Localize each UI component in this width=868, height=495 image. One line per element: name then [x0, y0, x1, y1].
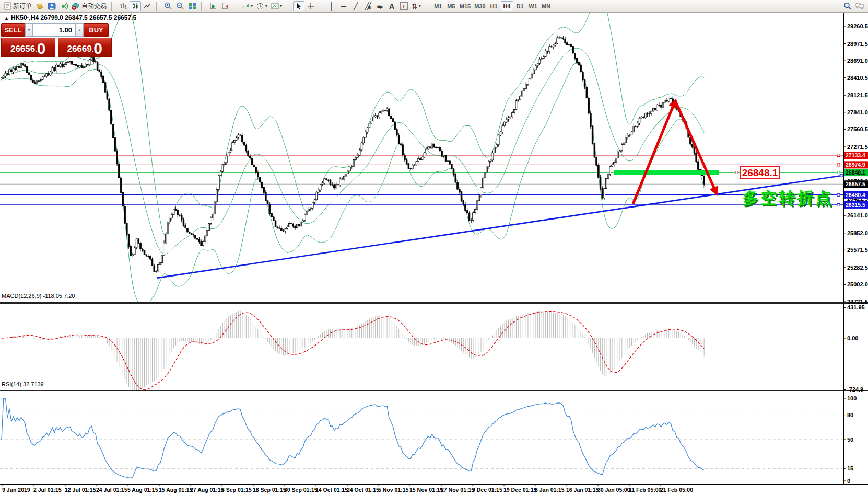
autotrading-button[interactable]: 自动交易 [70, 1, 108, 11]
indicators-button[interactable]: ▾ [240, 1, 254, 11]
toolbar-separator [426, 2, 430, 11]
quotes-button[interactable] [34, 1, 45, 11]
buy-button[interactable]: BUY [84, 23, 109, 37]
price-axis-tick: 28971.5 [847, 41, 868, 47]
text-label-tool-button[interactable]: T [398, 1, 409, 11]
macd-indicator-label: MACD(12,26,9) -118.05 7.20 [2, 293, 75, 299]
candlesticks [1, 36, 705, 273]
radar-icon [60, 3, 68, 10]
price-axis-tick: 28121.5 [847, 92, 868, 98]
price-axis-tick: 24721.5 [847, 298, 868, 305]
bar-chart-button[interactable] [118, 1, 129, 11]
price-axis-tick: 28410.5 [847, 75, 868, 81]
dropdown-arrow-icon: ▾ [419, 4, 421, 8]
time-axis-label: 27 Nov 01:15 [441, 487, 474, 493]
candlestick-icon [132, 3, 139, 10]
timeframe-d1-button[interactable]: D1 [514, 1, 526, 11]
sell-price-display[interactable]: 26656.0 [1, 38, 55, 57]
chart-shift-icon [221, 3, 229, 10]
autotrading-icon [72, 3, 80, 10]
time-axis-label: 30 Jan 05:00 [597, 487, 630, 493]
trendline-annotation [157, 176, 842, 278]
dropdown-arrow-icon: ▾ [265, 4, 267, 8]
zoom-in-button[interactable] [162, 1, 174, 11]
buy-price-display[interactable]: 26669.0 [58, 38, 112, 57]
autoscroll-icon [209, 3, 217, 10]
market-watch-button[interactable] [58, 1, 69, 11]
zoom-out-button[interactable] [174, 1, 186, 11]
chart-svg[interactable]: 26848.1多空转折点多空转折点29260.528971.528691.028… [0, 13, 868, 495]
time-axis-label: 19 Dec 01:15 [503, 487, 537, 493]
timeframe-m30-button[interactable]: M30 [473, 1, 487, 11]
timeframe-mn-button[interactable]: MN [540, 1, 553, 11]
trendline-tool-button[interactable]: ╱ [350, 1, 361, 11]
timeframe-h1-button[interactable]: H1 [488, 1, 500, 11]
timeframe-m5-button[interactable]: M5 [445, 1, 458, 11]
rsi-pane [0, 398, 843, 478]
toolbar-separator [320, 2, 324, 11]
macd-axis-tick: -724.9 [847, 386, 863, 393]
periods-button[interactable]: ▾ [255, 1, 269, 11]
sell-button[interactable]: SELL [1, 23, 25, 37]
macd-signal-line [2, 312, 704, 390]
arrows-tool-button[interactable]: ⇅▾ [410, 1, 423, 11]
timeframe-h4-button[interactable]: H4 [501, 1, 513, 11]
vertical-line-tool-button[interactable]: │ [326, 1, 337, 11]
candlestick-chart-button[interactable] [130, 1, 141, 11]
timeframe-m1-button[interactable]: M1 [432, 1, 444, 11]
channel-tool-button[interactable]: ╱╱E [362, 1, 373, 11]
new-order-button[interactable]: 新订单 [2, 1, 33, 11]
rsi-line [2, 398, 704, 478]
crosshair-tool-button[interactable] [305, 1, 316, 11]
search-button[interactable] [842, 1, 853, 11]
new-chart-button[interactable] [46, 1, 57, 11]
channel-letter: E [368, 5, 371, 10]
text-tool-button[interactable]: A [386, 1, 397, 11]
crosshair-icon [307, 3, 314, 10]
autoscroll-button[interactable] [207, 1, 219, 11]
timeframe-w1-button[interactable]: W1 [527, 1, 539, 11]
templates-button[interactable]: ▾ [269, 1, 284, 11]
price-axis-tick: 25852.0 [847, 230, 868, 236]
time-axis-label: 16 Jan 01:15 [566, 487, 599, 493]
fibonacci-tool-button[interactable]: ≡F [374, 1, 385, 11]
mt4-terminal-window: { "toolbar": { "new_order_label": "新订单",… [0, 0, 868, 495]
collapse-panel-icon[interactable]: ▲ [4, 16, 9, 21]
toolbar-separator [201, 2, 205, 11]
gold-icon [36, 3, 44, 10]
rsi-axis-tick: 0 [847, 478, 850, 484]
horizontal-line-tool-button[interactable]: ─ [338, 1, 349, 11]
chart-area[interactable]: 26848.1多空转折点多空转折点29260.528971.528691.028… [0, 13, 868, 495]
time-axis-label: 9 Dec 01:15 [472, 487, 502, 493]
search-icon [843, 2, 852, 10]
timeframe-m15-button[interactable]: M15 [458, 1, 472, 11]
chart-shift-button[interactable] [219, 1, 231, 11]
price-marker-label: 26480.4 [846, 192, 865, 198]
volume-increase-button[interactable]: ▲ [76, 23, 84, 37]
cursor-tool-button[interactable] [293, 1, 304, 11]
price-tag-annotation: 26848.1 [735, 167, 780, 179]
price-marker-label: 26315.5 [846, 202, 865, 208]
toolbar: 新订单 自动交易 [0, 0, 868, 13]
toolbar-separator [156, 2, 160, 11]
time-axis: 9 Jun 20192 Jul 01:1512 Jul 01:1524 Jul … [2, 484, 693, 493]
volume-input[interactable]: 1.00 [33, 23, 76, 37]
price-marker-label: 26657.5 [846, 181, 865, 187]
time-axis-label: 12 Jul 01:15 [65, 487, 96, 493]
time-axis-label: 24 Jul 01:15 [96, 487, 127, 493]
rsi-axis-tick: 100 [847, 395, 857, 401]
chat-button[interactable] [853, 1, 866, 11]
tile-windows-button[interactable] [186, 1, 198, 11]
volume-decrease-button[interactable]: ▼ [25, 23, 33, 37]
autotrading-label: 自动交易 [81, 2, 107, 10]
line-chart-button[interactable] [142, 1, 153, 11]
rsi-axis-tick: 80 [847, 412, 853, 418]
rsi-axis-tick: 50 [847, 436, 853, 443]
price-tag-text: 26848.1 [742, 167, 778, 178]
macd-axis-tick: 431.95 [847, 304, 865, 310]
arrows-tool-icon: ⇅ [412, 3, 418, 10]
time-axis-label: 5 Nov 01:15 [378, 487, 409, 493]
time-axis-label: 15 Nov 01:15 [409, 487, 443, 493]
cursor-icon [296, 3, 302, 10]
turning-point-text: 多空转折点 [742, 189, 834, 207]
